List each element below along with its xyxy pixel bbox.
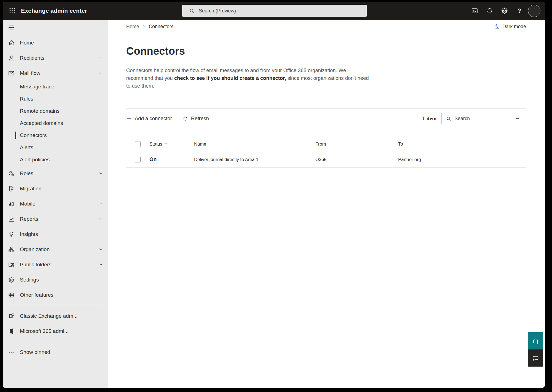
page-description: Connectors help control the flow of emai… (126, 67, 370, 90)
insights-icon (8, 231, 15, 238)
sidebar-item-remote-domains[interactable]: Remote domains (3, 105, 108, 117)
terminal-icon (471, 7, 478, 14)
page-title: Connectors (126, 45, 526, 57)
app-launcher-button[interactable] (6, 4, 19, 17)
table-row[interactable]: OnDeliver journal directly to Area 1O365… (126, 151, 526, 168)
column-header-name[interactable]: Name (194, 141, 315, 147)
person-icon (8, 54, 15, 62)
dark-mode-label: Dark mode (502, 24, 526, 30)
sidebar-item-insights[interactable]: Insights (3, 227, 108, 242)
sidebar-item-home[interactable]: Home (3, 35, 108, 50)
help-button[interactable]: ? (514, 5, 525, 17)
row-checkbox[interactable] (135, 157, 141, 162)
global-search-input[interactable]: Search (Preview) (182, 5, 367, 17)
list-search-placeholder: Search (455, 116, 470, 122)
sidebar-item-roles[interactable]: Roles (3, 166, 108, 181)
sidebar-item-other-features[interactable]: Other features (3, 287, 108, 302)
connectors-table: Status↑NameFromTo OnDeliver journal dire… (126, 137, 526, 168)
sidebar-item-label: Settings (20, 277, 39, 283)
bell-button[interactable] (484, 5, 495, 17)
avatar[interactable] (528, 5, 540, 17)
app-title: Exchange admin center (21, 7, 87, 14)
sidebar-item-rules[interactable]: Rules (3, 93, 108, 105)
list-search-input[interactable]: Search (442, 113, 509, 124)
sidebar-item-migration[interactable]: Migration (3, 181, 108, 196)
sidebar-item-label: Migration (20, 186, 41, 192)
sidebar-divider (8, 341, 103, 341)
column-header-to[interactable]: To (398, 141, 526, 147)
sidebar-item-reports[interactable]: Reports (3, 211, 108, 227)
plus-icon (126, 116, 132, 122)
refresh-button[interactable]: Refresh (183, 115, 209, 122)
bell-icon (486, 7, 493, 14)
sidebar-item-label: Mail flow (20, 70, 40, 76)
main-content: HomeConnectors Dark mode Connectors Conn… (108, 20, 545, 388)
settings-icon (8, 276, 15, 283)
terminal-button[interactable] (469, 5, 480, 17)
sidebar-item-alert-policies[interactable]: Alert policies (3, 154, 108, 166)
ellipsis-icon (8, 349, 15, 356)
chevron-up-icon (99, 71, 103, 75)
dark-mode-toggle[interactable]: Dark mode (493, 23, 526, 30)
sidebar-item-microsoft-365-admi[interactable]: Microsoft 365 admi... (3, 323, 108, 339)
feedback-button[interactable] (528, 349, 543, 367)
sidebar-item-message-trace[interactable]: Message trace (3, 81, 108, 93)
roles-icon (8, 170, 15, 177)
search-icon (446, 116, 451, 122)
sort-ascending-icon: ↑ (164, 142, 168, 147)
sidebar-item-label: Reports (20, 216, 38, 222)
sidebar-item-connectors[interactable]: Connectors (3, 129, 108, 141)
chevron-down-icon (99, 201, 103, 206)
waffle-icon (9, 7, 16, 14)
breadcrumb-connectors: Connectors (149, 24, 174, 30)
chevron-down-icon (99, 217, 103, 221)
search-icon (189, 8, 195, 14)
sidebar-item-label: Alert policies (20, 157, 50, 163)
sidebar: HomeRecipientsMail flowMessage traceRule… (3, 20, 108, 388)
description-emphasis: check to see if you should create a conn… (174, 75, 286, 81)
sidebar-item-label: Accepted domains (20, 120, 63, 126)
breadcrumb-home[interactable]: Home (126, 24, 139, 30)
sidebar-item-alerts[interactable]: Alerts (3, 141, 108, 154)
chevron-down-icon (99, 56, 103, 60)
sidebar-item-organization[interactable]: Organization (3, 242, 108, 257)
sidebar-item-label: Rules (20, 96, 33, 102)
sidebar-item-label: Microsoft 365 admi... (20, 328, 68, 334)
refresh-icon (183, 116, 188, 122)
table-header: Status↑NameFromTo (126, 137, 526, 151)
sidebar-item-public-folders[interactable]: Public folders (3, 257, 108, 272)
sidebar-item-label: Home (20, 40, 34, 46)
status-cell: On (149, 156, 194, 162)
column-header-status[interactable]: Status↑ (149, 141, 194, 147)
filter-button[interactable] (514, 114, 522, 123)
chevron-down-icon (99, 262, 103, 267)
sidebar-item-label: Classic Exchange adm... (20, 313, 78, 319)
select-all-checkbox[interactable] (135, 141, 141, 147)
sidebar-item-mail-flow[interactable]: Mail flow (3, 65, 108, 81)
microsoft365-logo-icon (8, 328, 15, 335)
topbar-actions: ? (469, 5, 525, 17)
gear-button[interactable] (499, 5, 510, 17)
sidebar-item-label: Message trace (20, 84, 54, 90)
home-icon (8, 39, 15, 46)
public-folders-icon (8, 261, 15, 268)
help-button[interactable] (528, 332, 543, 349)
add-connector-button[interactable]: Add a connector (126, 115, 172, 122)
sidebar-item-label: Insights (20, 231, 38, 237)
hamburger-menu-button[interactable] (3, 20, 108, 35)
column-header-from[interactable]: From (315, 141, 398, 147)
breadcrumb: HomeConnectors (126, 24, 173, 30)
organization-icon (8, 246, 15, 253)
sidebar-item-mobile[interactable]: Mobile (3, 196, 108, 211)
sidebar-item-label: Remote domains (20, 108, 60, 114)
other-features-icon (8, 291, 15, 299)
headset-icon (532, 337, 539, 345)
sidebar-item-label: Connectors (20, 132, 47, 138)
sidebar-item-show-pinned[interactable]: Show pinned (3, 344, 108, 360)
sidebar-item-classic-exchange-adm[interactable]: EClassic Exchange adm... (3, 308, 108, 323)
sidebar-item-recipients[interactable]: Recipients (3, 50, 108, 65)
sidebar-item-accepted-domains[interactable]: Accepted domains (3, 117, 108, 129)
sidebar-item-settings[interactable]: Settings (3, 272, 108, 287)
sidebar-divider (8, 305, 103, 305)
topbar: Exchange admin center Search (Preview) ? (3, 2, 545, 20)
